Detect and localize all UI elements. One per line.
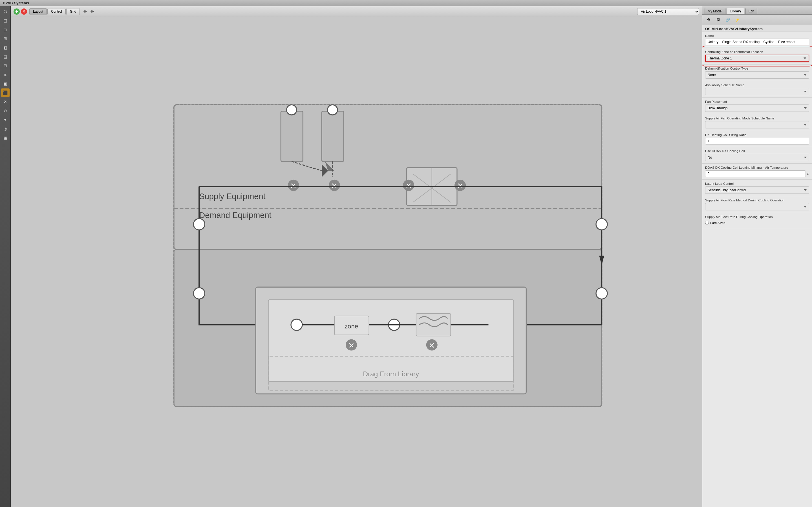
loop-selector[interactable]: Air Loop HVAC 1: [637, 8, 699, 15]
sidebar-icon-3[interactable]: ⊞: [1, 34, 10, 43]
sidebar-icon-active[interactable]: ⬛: [1, 89, 10, 97]
svg-text:✕: ✕: [428, 341, 435, 350]
doas-dx-label: Use DOAS DX Cooling Coil: [705, 149, 809, 153]
radio-hard-sized-label: Hard Sized: [710, 221, 725, 224]
fan-placement-label: Fan Placement: [705, 100, 809, 103]
layout-button[interactable]: Layout: [29, 8, 47, 15]
svg-text:Supply Equipment: Supply Equipment: [199, 192, 265, 201]
fan-op-mode-select[interactable]: [705, 121, 809, 128]
avail-schedule-group: Availability Schedule Name: [702, 81, 812, 98]
object-type-label: OS:AirLoopHVAC:UnitarySystem: [702, 25, 812, 32]
link-icon-2[interactable]: 🔗: [724, 16, 732, 23]
dehumid-select[interactable]: None: [705, 71, 809, 78]
doas-dx-select[interactable]: No: [705, 154, 809, 161]
title-label: HVAC Systems: [3, 1, 29, 5]
svg-rect-1: [174, 105, 602, 249]
svg-point-29: [596, 219, 607, 230]
right-panel: My Model Library Edit ⚙ ⛓ 🔗 ⚡ OS:AirLoop…: [702, 6, 812, 507]
supply-air-flow-rate-label: Supply Air Flow Rate During Cooling Oper…: [705, 215, 809, 219]
svg-text:✕: ✕: [348, 341, 355, 350]
sidebar-icon-12[interactable]: ▼: [1, 115, 10, 124]
svg-point-30: [596, 288, 607, 299]
radio-hard-sized-input[interactable]: [705, 221, 709, 224]
sidebar-icon-7[interactable]: ◈: [1, 70, 10, 79]
dehumid-group: Dehumidification Control Type None: [702, 64, 812, 81]
latent-load-group: Latent Load Control SensibleOnlyLoadCont…: [702, 180, 812, 196]
canvas-area: + × Layout Control Grid ⊕ ⊖ Air Loop HVA…: [11, 6, 702, 507]
sidebar-icon-5[interactable]: ▤: [1, 52, 10, 61]
doas-dx-temp-label: DOAS DX Cooling Coil Leaving Minimum Air…: [705, 166, 809, 169]
latent-load-label: Latent Load Control: [705, 182, 809, 185]
avail-schedule-select[interactable]: [705, 88, 809, 95]
latent-load-select[interactable]: SensibleOnlyLoadControl: [705, 186, 809, 194]
settings-icon[interactable]: ⚙: [705, 16, 712, 23]
supply-air-flow-method-group: Supply Air Flow Rate Method During Cooli…: [702, 196, 812, 213]
svg-text:Demand Equipment: Demand Equipment: [199, 211, 271, 220]
sidebar-icon-1[interactable]: ◫: [1, 16, 10, 25]
svg-rect-33: [268, 300, 514, 381]
tab-my-model[interactable]: My Model: [705, 8, 725, 14]
name-input[interactable]: [705, 39, 809, 45]
fan-op-mode-label: Supply Air Fan Operating Mode Schedule N…: [705, 117, 809, 120]
supply-air-flow-method-select[interactable]: [705, 203, 809, 210]
doas-dx-temp-input[interactable]: [705, 170, 806, 177]
radio-hard-sized[interactable]: Hard Sized: [705, 221, 725, 224]
sidebar-icon-6[interactable]: ⊡: [1, 61, 10, 70]
control-button[interactable]: Control: [47, 8, 66, 15]
toolbar: + × Layout Control Grid ⊕ ⊖ Air Loop HVA…: [11, 6, 702, 17]
svg-point-27: [193, 219, 205, 230]
fan-placement-select[interactable]: BlowThrough: [705, 105, 809, 112]
svg-text:zone: zone: [345, 323, 358, 330]
dx-heating-label: DX Heating Coil Sizing Ratio: [705, 133, 809, 136]
fan-op-mode-group: Supply Air Fan Operating Mode Schedule N…: [702, 114, 812, 131]
canvas-diagram: Supply Equipment Demand Equipment: [11, 17, 702, 507]
sidebar-icon-14[interactable]: ▦: [1, 133, 10, 142]
panel-tabs: My Model Library Edit: [702, 6, 812, 15]
fan-placement-group: Fan Placement BlowThrough: [702, 98, 812, 114]
tab-library[interactable]: Library: [726, 8, 744, 14]
grid-button[interactable]: Grid: [66, 8, 80, 15]
doas-dx-group: Use DOAS DX Cooling Coil No: [702, 147, 812, 164]
left-sidebar: ⬡ ◫ ◻ ⊞ ◧ ▤ ⊡ ◈ ▣ ⬛ ✕ ⊙ ▼ ◎ ▦: [0, 6, 11, 507]
supply-air-flow-method-label: Supply Air Flow Rate Method During Cooli…: [705, 199, 809, 202]
name-label: Name: [705, 34, 809, 38]
add-loop-button[interactable]: +: [13, 8, 20, 15]
sidebar-icon-8[interactable]: ▣: [1, 79, 10, 88]
avail-schedule-label: Availability Schedule Name: [705, 83, 809, 87]
controlling-zone-label: Controlling Zone or Thermostat Location: [705, 50, 809, 54]
svg-rect-7: [322, 111, 344, 161]
sidebar-icon-11[interactable]: ⊙: [1, 107, 10, 115]
zoom-in-button[interactable]: ⊕: [82, 9, 88, 14]
dehumid-label: Dehumidification Control Type: [705, 67, 809, 70]
sidebar-icon-10[interactable]: ✕: [1, 98, 10, 106]
controlling-zone-select[interactable]: Thermal Zone 1: [705, 55, 809, 62]
svg-point-9: [327, 105, 338, 115]
supply-air-flow-rate-radio-group: Hard Sized: [705, 220, 809, 226]
link-icon-1[interactable]: ⛓: [714, 16, 722, 23]
sidebar-icon-4[interactable]: ◧: [1, 43, 10, 52]
sidebar-icon-2[interactable]: ◻: [1, 25, 10, 34]
svg-point-34: [291, 319, 302, 330]
doas-dx-temp-group: DOAS DX Cooling Coil Leaving Minimum Air…: [702, 164, 812, 180]
remove-loop-button[interactable]: ×: [21, 8, 27, 15]
svg-text:Drag From Library: Drag From Library: [363, 370, 419, 378]
sidebar-icon-0[interactable]: ⬡: [1, 7, 10, 16]
sidebar-icon-13[interactable]: ◎: [1, 124, 10, 133]
title-bar: HVAC Systems: [0, 0, 812, 6]
panel-icon-row: ⚙ ⛓ 🔗 ⚡: [702, 15, 812, 25]
tab-edit[interactable]: Edit: [746, 8, 758, 14]
link-icon-3[interactable]: ⚡: [733, 16, 741, 23]
dx-heating-group: DX Heating Coil Sizing Ratio: [702, 131, 812, 147]
name-group: Name: [702, 32, 812, 48]
doas-dx-temp-unit: C: [807, 172, 809, 175]
controlling-zone-group: Controlling Zone or Thermostat Location …: [702, 48, 812, 64]
zoom-out-button[interactable]: ⊖: [89, 9, 95, 14]
svg-point-8: [287, 105, 297, 115]
supply-air-flow-rate-group: Supply Air Flow Rate During Cooling Oper…: [702, 213, 812, 228]
svg-rect-6: [281, 111, 303, 161]
svg-point-28: [193, 288, 205, 299]
properties-panel: Name Controlling Zone or Thermostat Loca…: [702, 32, 812, 507]
dx-heating-input[interactable]: [705, 138, 809, 145]
